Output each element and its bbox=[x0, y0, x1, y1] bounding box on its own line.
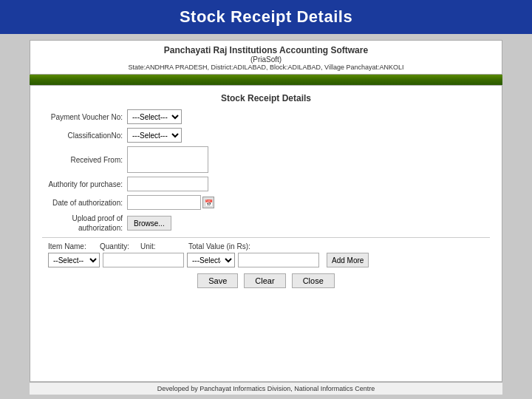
quantity-input[interactable] bbox=[103, 253, 184, 267]
authority-purchase-label: Authority for purchase: bbox=[42, 180, 127, 189]
classification-no-select[interactable]: ---Select--- bbox=[127, 128, 182, 143]
date-auth-row: Date of authorization: 📅 bbox=[42, 195, 490, 210]
date-wrapper: 📅 bbox=[127, 195, 214, 210]
quantity-col-header: Quantity: bbox=[100, 242, 140, 250]
payment-voucher-label: Payment Voucher No: bbox=[42, 112, 127, 122]
total-value-col-header: Total Value (in Rs): bbox=[188, 242, 255, 250]
add-more-button[interactable]: Add More bbox=[327, 253, 369, 267]
received-from-label: Received From: bbox=[42, 155, 127, 165]
classification-no-label: ClassificationNo: bbox=[42, 131, 127, 140]
app-subtitle: (PriaSoft) bbox=[36, 55, 496, 64]
item-data-row: --Select-- ---Select--- Add More bbox=[42, 253, 490, 267]
received-from-textarea[interactable] bbox=[127, 146, 208, 173]
divider bbox=[42, 237, 490, 238]
calendar-icon[interactable]: 📅 bbox=[202, 197, 214, 208]
authority-purchase-row: Authority for purchase: bbox=[42, 177, 490, 191]
browse-button[interactable]: Browse... bbox=[127, 216, 171, 231]
inner-content: Panchayati Raj Institutions Accounting S… bbox=[0, 34, 532, 399]
page-title: Stock Receipt Details bbox=[180, 7, 352, 26]
item-name-select[interactable]: --Select-- bbox=[48, 253, 100, 267]
received-from-row: Received From: bbox=[42, 146, 490, 173]
bottom-buttons: Save Clear Close bbox=[42, 273, 490, 288]
upload-proof-row: Upload proof of authorization: Browse... bbox=[42, 214, 490, 233]
clear-button[interactable]: Clear bbox=[244, 273, 285, 288]
app-title: Panchayati Raj Institutions Accounting S… bbox=[36, 45, 496, 55]
title-bar: Stock Receipt Details bbox=[0, 0, 532, 34]
footer-bar: Developed by Panchayat Informatics Divis… bbox=[30, 382, 502, 395]
unit-col-header: Unit: bbox=[140, 242, 188, 250]
payment-voucher-row: Payment Voucher No: ---Select--- bbox=[42, 109, 490, 124]
item-name-col-header: Item Name: bbox=[48, 242, 100, 250]
date-auth-label: Date of authorization: bbox=[42, 198, 127, 208]
classification-no-row: ClassificationNo: ---Select--- bbox=[42, 128, 490, 143]
date-auth-input[interactable] bbox=[127, 195, 201, 210]
unit-select[interactable]: ---Select--- bbox=[187, 253, 235, 267]
app-state: State:ANDHRA PRADESH, District:ADILABAD,… bbox=[36, 64, 496, 71]
page-wrapper: Stock Receipt Details Panchayati Raj Ins… bbox=[0, 0, 532, 399]
payment-voucher-select[interactable]: ---Select--- bbox=[127, 109, 182, 124]
footer-text: Developed by Panchayat Informatics Divis… bbox=[157, 385, 375, 392]
authority-purchase-input[interactable] bbox=[127, 177, 208, 191]
item-header-row: Item Name: Quantity: Unit: Total Value (… bbox=[42, 242, 490, 250]
form-title: Stock Receipt Details bbox=[42, 93, 490, 103]
close-button[interactable]: Close bbox=[292, 273, 335, 288]
upload-proof-label: Upload proof of authorization: bbox=[42, 214, 127, 233]
app-header: Panchayati Raj Institutions Accounting S… bbox=[30, 40, 502, 75]
green-bar bbox=[30, 75, 502, 85]
form-container: Stock Receipt Details Payment Voucher No… bbox=[30, 85, 502, 382]
save-button[interactable]: Save bbox=[197, 273, 238, 288]
total-value-input[interactable] bbox=[238, 253, 319, 267]
